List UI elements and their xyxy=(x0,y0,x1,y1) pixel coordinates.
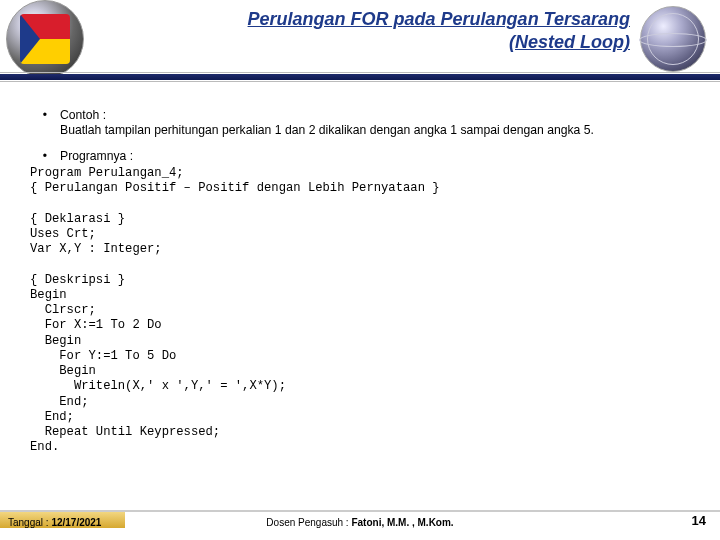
contoh-desc: Buatlah tampilan perhitungan perkalian 1… xyxy=(60,123,594,137)
bullet-item-1: • Contoh : Buatlah tampilan perhitungan … xyxy=(30,108,690,139)
footer: Tanggal : 12/17/2021 Dosen Pengasuh : Fa… xyxy=(0,510,720,540)
page-number: 14 xyxy=(692,513,706,528)
bullet-item-2: • Programnya : xyxy=(30,149,690,164)
bullet-text-1: Contoh : Buatlah tampilan perhitungan pe… xyxy=(60,108,690,139)
header: Perulangan FOR pada Perulangan Tersarang… xyxy=(0,0,720,94)
code-block: Program Perulangan_4; { Perulangan Posit… xyxy=(30,166,690,456)
title-line-2: (Nested Loop) xyxy=(509,32,630,52)
header-bar xyxy=(0,74,720,80)
footer-lecturer: Dosen Pengasuh : Fatoni, M.M. , M.Kom. xyxy=(0,517,720,528)
slide: Perulangan FOR pada Perulangan Tersarang… xyxy=(0,0,720,540)
globe-icon xyxy=(640,6,706,72)
bullet-icon: • xyxy=(30,149,60,164)
bullet-text-2: Programnya : xyxy=(60,149,690,164)
bullet-icon: • xyxy=(30,108,60,139)
logo-left xyxy=(6,0,84,78)
program-label: Programnya : xyxy=(60,149,133,163)
lecturer-value: Fatoni, M.M. , M.Kom. xyxy=(351,517,453,528)
title-line-1: Perulangan FOR pada Perulangan Tersarang xyxy=(248,9,630,29)
contoh-label: Contoh : xyxy=(60,108,106,122)
slide-title: Perulangan FOR pada Perulangan Tersarang… xyxy=(160,8,630,55)
lecturer-label: Dosen Pengasuh : xyxy=(266,517,351,528)
content: • Contoh : Buatlah tampilan perhitungan … xyxy=(0,94,720,456)
